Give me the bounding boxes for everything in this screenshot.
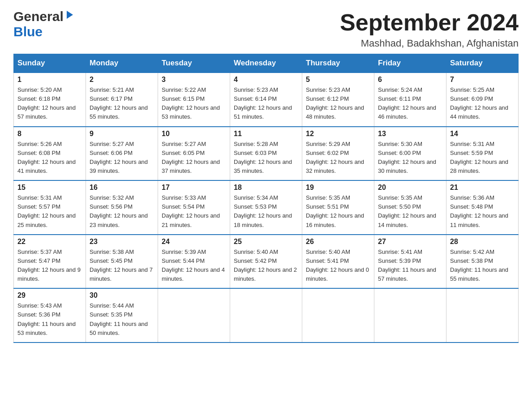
day-number: 21	[450, 184, 515, 192]
day-number: 25	[234, 238, 298, 246]
day-number: 2	[90, 76, 154, 84]
day-info: Sunrise: 5:44 AMSunset: 5:35 PMDaylight:…	[90, 301, 154, 338]
day-info: Sunrise: 5:20 AMSunset: 6:18 PMDaylight:…	[17, 86, 82, 122]
day-number: 14	[450, 130, 515, 138]
table-row	[302, 288, 374, 342]
col-sunday: Sunday	[14, 54, 86, 73]
day-number: 4	[234, 76, 298, 84]
col-thursday: Thursday	[302, 54, 374, 73]
col-monday: Monday	[86, 54, 158, 73]
calendar-header-row: Sunday Monday Tuesday Wednesday Thursday…	[14, 54, 519, 73]
table-row: 30Sunrise: 5:44 AMSunset: 5:35 PMDayligh…	[86, 288, 158, 342]
table-row: 4Sunrise: 5:23 AMSunset: 6:14 PMDaylight…	[230, 73, 302, 127]
day-info: Sunrise: 5:38 AMSunset: 5:45 PMDaylight:…	[90, 248, 154, 284]
logo: General Blue	[13, 9, 75, 39]
table-row: 21Sunrise: 5:36 AMSunset: 5:48 PMDayligh…	[446, 180, 519, 235]
day-info: Sunrise: 5:31 AMSunset: 5:57 PMDaylight:…	[17, 193, 82, 230]
day-info: Sunrise: 5:32 AMSunset: 5:56 PMDaylight:…	[90, 193, 154, 230]
day-number: 30	[90, 291, 154, 300]
table-row: 20Sunrise: 5:35 AMSunset: 5:50 PMDayligh…	[374, 180, 446, 235]
day-info: Sunrise: 5:42 AMSunset: 5:38 PMDaylight:…	[450, 248, 515, 284]
day-number: 23	[90, 238, 154, 246]
table-row: 8Sunrise: 5:26 AMSunset: 6:08 PMDaylight…	[14, 127, 86, 181]
day-number: 6	[378, 76, 442, 84]
calendar-week-row: 1Sunrise: 5:20 AMSunset: 6:18 PMDaylight…	[14, 73, 519, 127]
day-info: Sunrise: 5:33 AMSunset: 5:54 PMDaylight:…	[162, 193, 226, 230]
day-info: Sunrise: 5:35 AMSunset: 5:50 PMDaylight:…	[378, 193, 442, 230]
day-info: Sunrise: 5:39 AMSunset: 5:44 PMDaylight:…	[162, 248, 226, 284]
day-info: Sunrise: 5:27 AMSunset: 6:05 PMDaylight:…	[162, 140, 226, 176]
table-row: 10Sunrise: 5:27 AMSunset: 6:05 PMDayligh…	[158, 127, 230, 181]
table-row: 11Sunrise: 5:28 AMSunset: 6:03 PMDayligh…	[230, 127, 302, 181]
day-number: 27	[378, 238, 442, 246]
day-info: Sunrise: 5:22 AMSunset: 6:15 PMDaylight:…	[162, 86, 226, 122]
day-info: Sunrise: 5:43 AMSunset: 5:36 PMDaylight:…	[17, 301, 82, 338]
day-info: Sunrise: 5:30 AMSunset: 6:00 PMDaylight:…	[378, 140, 442, 176]
day-info: Sunrise: 5:41 AMSunset: 5:39 PMDaylight:…	[378, 248, 442, 284]
col-friday: Friday	[374, 54, 446, 73]
day-number: 26	[306, 238, 370, 246]
table-row: 1Sunrise: 5:20 AMSunset: 6:18 PMDaylight…	[14, 73, 86, 127]
day-info: Sunrise: 5:29 AMSunset: 6:02 PMDaylight:…	[306, 140, 370, 176]
day-info: Sunrise: 5:25 AMSunset: 6:09 PMDaylight:…	[450, 86, 515, 122]
day-number: 17	[162, 184, 226, 192]
table-row: 18Sunrise: 5:34 AMSunset: 5:53 PMDayligh…	[230, 180, 302, 235]
calendar-week-row: 22Sunrise: 5:37 AMSunset: 5:47 PMDayligh…	[14, 235, 519, 289]
day-number: 7	[450, 76, 515, 84]
logo-arrow-icon	[65, 10, 75, 21]
day-number: 12	[306, 130, 370, 138]
day-number: 11	[234, 130, 298, 138]
col-saturday: Saturday	[446, 54, 519, 73]
day-info: Sunrise: 5:40 AMSunset: 5:41 PMDaylight:…	[306, 248, 370, 284]
svg-marker-0	[67, 11, 73, 19]
table-row	[446, 288, 519, 342]
table-row: 29Sunrise: 5:43 AMSunset: 5:36 PMDayligh…	[14, 288, 86, 342]
day-number: 8	[17, 130, 82, 138]
table-row: 7Sunrise: 5:25 AMSunset: 6:09 PMDaylight…	[446, 73, 519, 127]
logo-general-text: General	[13, 9, 64, 24]
day-info: Sunrise: 5:23 AMSunset: 6:14 PMDaylight:…	[234, 86, 298, 122]
table-row: 24Sunrise: 5:39 AMSunset: 5:44 PMDayligh…	[158, 235, 230, 289]
table-row: 6Sunrise: 5:24 AMSunset: 6:11 PMDaylight…	[374, 73, 446, 127]
day-number: 24	[162, 238, 226, 246]
day-number: 3	[162, 76, 226, 84]
logo-blue-text: Blue	[13, 24, 43, 39]
calendar-week-row: 15Sunrise: 5:31 AMSunset: 5:57 PMDayligh…	[14, 180, 519, 235]
table-row	[158, 288, 230, 342]
day-info: Sunrise: 5:37 AMSunset: 5:47 PMDaylight:…	[17, 248, 82, 284]
col-wednesday: Wednesday	[230, 54, 302, 73]
day-number: 18	[234, 184, 298, 192]
table-row: 28Sunrise: 5:42 AMSunset: 5:38 PMDayligh…	[446, 235, 519, 289]
day-info: Sunrise: 5:40 AMSunset: 5:42 PMDaylight:…	[234, 248, 298, 284]
day-number: 29	[17, 291, 82, 300]
table-row: 5Sunrise: 5:23 AMSunset: 6:12 PMDaylight…	[302, 73, 374, 127]
table-row	[230, 288, 302, 342]
calendar-subtitle: Mashhad, Badakhshan, Afghanistan	[340, 38, 519, 49]
table-row: 17Sunrise: 5:33 AMSunset: 5:54 PMDayligh…	[158, 180, 230, 235]
calendar-week-row: 29Sunrise: 5:43 AMSunset: 5:36 PMDayligh…	[14, 288, 519, 342]
day-number: 1	[17, 76, 82, 84]
table-row: 2Sunrise: 5:21 AMSunset: 6:17 PMDaylight…	[86, 73, 158, 127]
day-number: 5	[306, 76, 370, 84]
table-row: 23Sunrise: 5:38 AMSunset: 5:45 PMDayligh…	[86, 235, 158, 289]
day-info: Sunrise: 5:31 AMSunset: 5:59 PMDaylight:…	[450, 140, 515, 176]
day-info: Sunrise: 5:34 AMSunset: 5:53 PMDaylight:…	[234, 193, 298, 230]
day-number: 22	[17, 238, 82, 246]
day-info: Sunrise: 5:28 AMSunset: 6:03 PMDaylight:…	[234, 140, 298, 176]
table-row: 16Sunrise: 5:32 AMSunset: 5:56 PMDayligh…	[86, 180, 158, 235]
table-row: 26Sunrise: 5:40 AMSunset: 5:41 PMDayligh…	[302, 235, 374, 289]
table-row: 25Sunrise: 5:40 AMSunset: 5:42 PMDayligh…	[230, 235, 302, 289]
table-row: 27Sunrise: 5:41 AMSunset: 5:39 PMDayligh…	[374, 235, 446, 289]
page-header: General Blue September 2024 Mashhad, Bad…	[13, 9, 519, 49]
table-row: 19Sunrise: 5:35 AMSunset: 5:51 PMDayligh…	[302, 180, 374, 235]
day-number: 9	[90, 130, 154, 138]
day-number: 20	[378, 184, 442, 192]
table-row: 12Sunrise: 5:29 AMSunset: 6:02 PMDayligh…	[302, 127, 374, 181]
day-info: Sunrise: 5:26 AMSunset: 6:08 PMDaylight:…	[17, 140, 82, 176]
day-info: Sunrise: 5:23 AMSunset: 6:12 PMDaylight:…	[306, 86, 370, 122]
day-info: Sunrise: 5:27 AMSunset: 6:06 PMDaylight:…	[90, 140, 154, 176]
day-number: 16	[90, 184, 154, 192]
table-row	[374, 288, 446, 342]
day-number: 13	[378, 130, 442, 138]
table-row: 9Sunrise: 5:27 AMSunset: 6:06 PMDaylight…	[86, 127, 158, 181]
